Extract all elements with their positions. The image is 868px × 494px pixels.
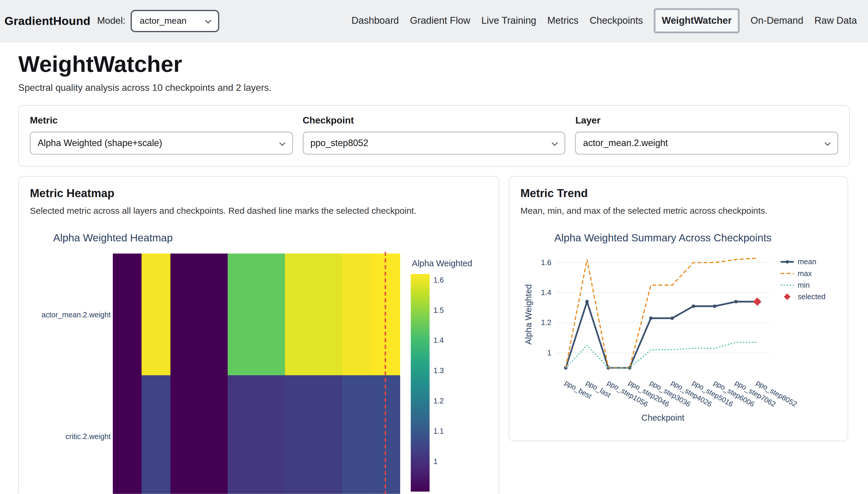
heatmap-chart: Alpha Weighted Heatmapactor_mean.2.weigh… (30, 220, 489, 494)
heatmap-card-subtitle: Selected metric across all layers and ch… (30, 206, 488, 216)
trend-chart-container: Alpha Weighted Summary Across Checkpoint… (520, 220, 836, 431)
svg-text:1.1: 1.1 (433, 427, 444, 435)
svg-text:1.2: 1.2 (433, 397, 444, 405)
svg-text:Alpha Weighted Summary Across: Alpha Weighted Summary Across Checkpoint… (554, 232, 772, 244)
svg-text:Alpha Weighted Heatmap: Alpha Weighted Heatmap (53, 232, 173, 244)
chevron-down-icon (824, 138, 831, 148)
trend-card-title: Metric Trend (520, 187, 836, 200)
svg-text:1.6: 1.6 (433, 276, 444, 284)
layer-label: Layer (575, 115, 838, 126)
svg-text:selected: selected (798, 292, 826, 301)
svg-text:1: 1 (547, 348, 551, 357)
svg-text:max: max (798, 269, 812, 278)
svg-text:1.4: 1.4 (541, 288, 551, 297)
top-nav-bar: GradientHound Model: actor_mean Dashboar… (0, 0, 868, 42)
chevron-down-icon (552, 138, 558, 148)
charts-row: Metric Heatmap Selected metric across al… (18, 176, 850, 494)
svg-text:Checkpoint: Checkpoint (641, 413, 684, 422)
svg-text:1.6: 1.6 (541, 258, 551, 267)
layer-control: Layer actor_mean.2.weight (575, 115, 838, 154)
metric-trend-card: Metric Trend Mean, min, and max of the s… (509, 176, 848, 441)
main-nav: DashboardGradient FlowLive TrainingMetri… (351, 8, 857, 33)
svg-text:actor_mean.2.weight: actor_mean.2.weight (41, 310, 111, 319)
checkpoint-control: Checkpoint ppo_step8052 (303, 115, 565, 154)
heatmap-chart-container: Alpha Weighted Heatmapactor_mean.2.weigh… (30, 220, 488, 494)
chevron-down-icon (279, 138, 285, 148)
nav-item-live-training[interactable]: Live Training (481, 15, 536, 26)
svg-text:1: 1 (433, 457, 438, 466)
svg-text:1.2: 1.2 (541, 318, 551, 326)
chevron-down-icon (205, 16, 212, 26)
svg-text:min: min (798, 281, 810, 289)
metric-heatmap-card: Metric Heatmap Selected metric across al… (18, 176, 500, 494)
app-root: GradientHound Model: actor_mean Dashboar… (0, 0, 868, 494)
page-subtitle: Spectral quality analysis across 10 chec… (18, 82, 850, 94)
nav-item-weightwatcher[interactable]: WeightWatcher (654, 8, 739, 33)
nav-item-gradient-flow[interactable]: Gradient Flow (410, 15, 470, 26)
svg-text:critic.2.weight: critic.2.weight (65, 432, 111, 440)
app-logo: GradientHound (4, 14, 91, 27)
checkpoint-label: Checkpoint (303, 115, 565, 126)
metric-select[interactable]: Alpha Weighted (shape+scale) (30, 132, 293, 154)
nav-item-metrics[interactable]: Metrics (547, 15, 579, 26)
page-content: WeightWatcher Spectral quality analysis … (0, 51, 868, 494)
model-select-value: actor_mean (140, 16, 187, 26)
trend-chart: Alpha Weighted Summary Across Checkpoint… (520, 220, 838, 431)
model-select[interactable]: actor_mean (131, 10, 219, 32)
nav-item-checkpoints[interactable]: Checkpoints (590, 15, 643, 26)
nav-item-on-demand[interactable]: On-Demand (750, 15, 803, 26)
layer-select-value: actor_mean.2.weight (583, 138, 668, 148)
trend-card-subtitle: Mean, min, and max of the selected metri… (520, 206, 836, 216)
svg-text:1.4: 1.4 (433, 336, 444, 344)
layer-select[interactable]: actor_mean.2.weight (575, 132, 838, 154)
svg-text:Alpha Weighted: Alpha Weighted (524, 284, 533, 344)
svg-text:mean: mean (798, 258, 816, 266)
svg-text:1.3: 1.3 (433, 366, 444, 375)
checkpoint-select[interactable]: ppo_step8052 (303, 132, 565, 154)
metric-select-value: Alpha Weighted (shape+scale) (38, 138, 162, 148)
model-label: Model: (97, 15, 125, 26)
controls-panel: Metric Alpha Weighted (shape+scale) Chec… (18, 105, 850, 167)
metric-label: Metric (30, 115, 293, 126)
heatmap-card-title: Metric Heatmap (30, 187, 488, 200)
svg-text:1.5: 1.5 (433, 306, 444, 315)
page-title: WeightWatcher (18, 51, 850, 77)
metric-control: Metric Alpha Weighted (shape+scale) (30, 115, 293, 154)
nav-item-raw-data[interactable]: Raw Data (814, 15, 857, 26)
checkpoint-select-value: ppo_step8052 (310, 138, 368, 148)
svg-text:Alpha Weighted: Alpha Weighted (412, 259, 472, 268)
nav-item-dashboard[interactable]: Dashboard (351, 15, 399, 26)
